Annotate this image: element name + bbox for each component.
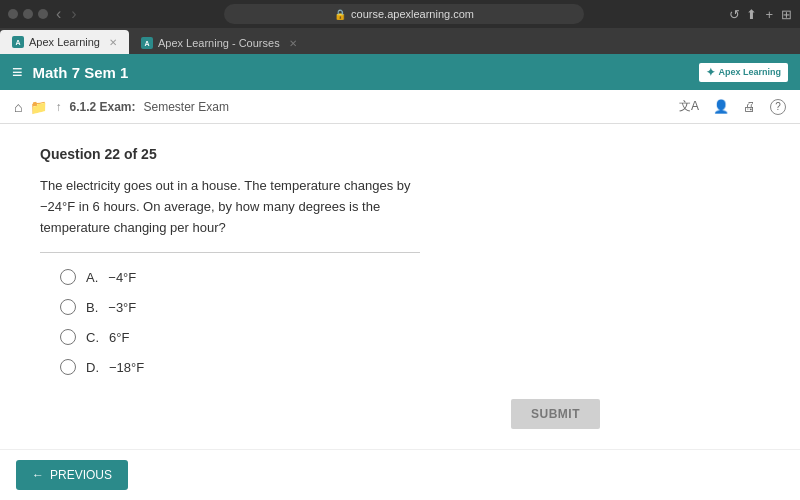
sub-header-actions: 文A 👤 🖨 ?	[679, 98, 786, 115]
answer-option-c[interactable]: C. 6°F	[60, 329, 760, 345]
tab-close-1[interactable]: ✕	[109, 37, 117, 48]
option-a-label: A.	[86, 270, 98, 285]
translate-icon[interactable]: 文A	[679, 98, 699, 115]
browser-tabs: A Apex Learning ✕ A Apex Learning - Cour…	[0, 28, 800, 54]
window-btn-3[interactable]	[38, 9, 48, 19]
window-btn-1[interactable]	[8, 9, 18, 19]
exam-label: 6.1.2 Exam:	[69, 100, 135, 114]
apex-logo-text: Apex Learning	[718, 67, 781, 77]
reload-button[interactable]: ↺	[729, 7, 740, 22]
folder-icon[interactable]: 📁	[30, 99, 47, 115]
radio-a[interactable]	[60, 269, 76, 285]
option-b-value: −3°F	[108, 300, 136, 315]
submit-area: SUBMIT	[40, 399, 600, 429]
exam-name: Semester Exam	[144, 100, 229, 114]
browser-action-buttons: ⬆ + ⊞	[746, 7, 792, 22]
hamburger-menu-icon[interactable]: ≡	[12, 62, 23, 83]
app-header-left: ≡ Math 7 Sem 1	[12, 62, 128, 83]
tab-label-2: Apex Learning - Courses	[158, 37, 280, 49]
tab-apex-courses[interactable]: A Apex Learning - Courses ✕	[129, 32, 309, 54]
app-title: Math 7 Sem 1	[33, 64, 129, 81]
forward-button[interactable]: ›	[69, 5, 78, 23]
print-icon[interactable]: 🖨	[743, 99, 756, 114]
radio-b[interactable]	[60, 299, 76, 315]
answer-option-d[interactable]: D. −18°F	[60, 359, 760, 375]
app-header: ≡ Math 7 Sem 1 ✦ Apex Learning	[0, 54, 800, 90]
home-icon[interactable]: ⌂	[14, 99, 22, 115]
sub-header: ⌂ 📁 ↑ 6.1.2 Exam: Semester Exam 文A 👤 🖨 ?	[0, 90, 800, 124]
browser-window-controls	[8, 9, 48, 19]
answer-option-a[interactable]: A. −4°F	[60, 269, 760, 285]
url-text: course.apexlearning.com	[351, 8, 474, 20]
option-d-value: −18°F	[109, 360, 144, 375]
breadcrumb: ⌂ 📁 ↑ 6.1.2 Exam: Semester Exam	[14, 99, 229, 115]
grid-icon[interactable]: ⊞	[781, 7, 792, 22]
new-tab-icon[interactable]: +	[765, 7, 773, 22]
option-a-value: −4°F	[108, 270, 136, 285]
submit-button[interactable]: SUBMIT	[511, 399, 600, 429]
back-button[interactable]: ‹	[54, 5, 63, 23]
option-b-label: B.	[86, 300, 98, 315]
tab-close-2[interactable]: ✕	[289, 38, 297, 49]
apex-logo: ✦ Apex Learning	[699, 63, 788, 82]
bottom-bar: ← PREVIOUS	[0, 449, 800, 500]
address-bar[interactable]: 🔒 course.apexlearning.com	[224, 4, 584, 24]
browser-chrome: ‹ › 🔒 course.apexlearning.com ↺ ⬆ + ⊞	[0, 0, 800, 28]
help-icon[interactable]: ?	[770, 99, 786, 115]
answer-option-b[interactable]: B. −3°F	[60, 299, 760, 315]
tab-label-1: Apex Learning	[29, 36, 100, 48]
apex-logo-icon: ✦	[706, 66, 715, 79]
answer-options: A. −4°F B. −3°F C. 6°F D. −18°F	[60, 269, 760, 375]
share-icon[interactable]: ⬆	[746, 7, 757, 22]
tab-favicon-1: A	[12, 36, 24, 48]
app-header-right: ✦ Apex Learning	[699, 63, 788, 82]
question-text: The electricity goes out in a house. The…	[40, 176, 440, 238]
window-btn-2[interactable]	[23, 9, 33, 19]
option-c-value: 6°F	[109, 330, 129, 345]
radio-d[interactable]	[60, 359, 76, 375]
question-header: Question 22 of 25	[40, 146, 760, 162]
people-icon[interactable]: 👤	[713, 99, 729, 114]
previous-arrow-icon: ←	[32, 468, 44, 482]
tab-apex-learning[interactable]: A Apex Learning ✕	[0, 30, 129, 54]
option-d-label: D.	[86, 360, 99, 375]
question-divider	[40, 252, 420, 253]
option-c-label: C.	[86, 330, 99, 345]
main-content: Question 22 of 25 The electricity goes o…	[0, 124, 800, 451]
previous-label: PREVIOUS	[50, 468, 112, 482]
tab-favicon-2: A	[141, 37, 153, 49]
radio-c[interactable]	[60, 329, 76, 345]
lock-icon: 🔒	[334, 9, 346, 20]
breadcrumb-arrow-icon: ↑	[55, 100, 61, 114]
previous-button[interactable]: ← PREVIOUS	[16, 460, 128, 490]
